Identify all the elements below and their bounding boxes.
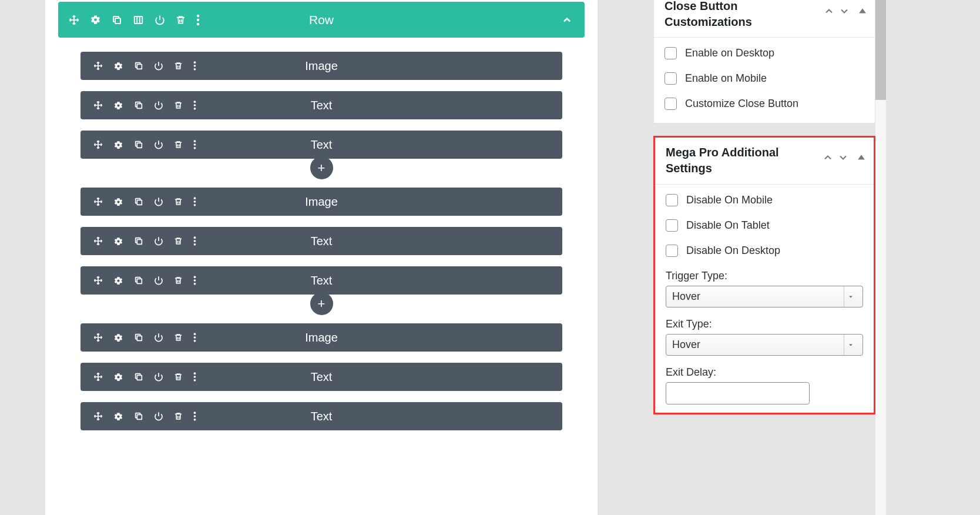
more-icon[interactable]	[193, 236, 196, 246]
trash-icon[interactable]	[174, 276, 183, 285]
block-image[interactable]: Image	[80, 188, 562, 216]
duplicate-icon[interactable]	[112, 15, 122, 25]
more-icon[interactable]	[193, 196, 196, 207]
move-icon[interactable]	[93, 412, 103, 421]
power-icon[interactable]	[154, 61, 163, 71]
gear-icon[interactable]	[113, 61, 123, 71]
block-text[interactable]: Text	[80, 266, 562, 295]
block-text[interactable]: Text	[80, 363, 562, 391]
gear-icon[interactable]	[113, 140, 123, 150]
duplicate-icon[interactable]	[134, 101, 143, 110]
exit-type-select[interactable]: Hover	[666, 334, 863, 356]
collapse-icon[interactable]	[858, 7, 867, 15]
checkbox-disable-desktop[interactable]	[666, 245, 678, 257]
trash-icon[interactable]	[174, 61, 183, 71]
power-icon[interactable]	[154, 140, 163, 149]
chevron-up-icon[interactable]	[823, 5, 835, 17]
duplicate-icon[interactable]	[134, 276, 143, 285]
chevron-down-icon[interactable]	[837, 152, 849, 163]
trash-icon[interactable]	[174, 333, 183, 342]
more-icon[interactable]	[193, 332, 196, 343]
block-image[interactable]: Image	[80, 323, 562, 352]
gear-icon[interactable]	[113, 236, 123, 246]
move-icon[interactable]	[93, 236, 103, 246]
trash-icon[interactable]	[174, 372, 183, 382]
trash-icon[interactable]	[174, 101, 183, 110]
move-icon[interactable]	[93, 197, 103, 206]
more-icon[interactable]	[193, 275, 196, 286]
block-text[interactable]: Text	[80, 227, 562, 255]
checkbox-disable-tablet[interactable]	[666, 219, 678, 232]
more-icon[interactable]	[193, 100, 196, 111]
svg-point-4	[197, 22, 199, 25]
move-icon[interactable]	[93, 101, 103, 110]
power-icon[interactable]	[154, 276, 163, 285]
power-icon[interactable]	[154, 101, 163, 110]
power-icon[interactable]	[154, 333, 163, 342]
block-text[interactable]: Text	[80, 131, 562, 159]
power-icon[interactable]	[154, 412, 163, 421]
more-icon[interactable]	[193, 139, 196, 150]
duplicate-icon[interactable]	[134, 61, 143, 71]
collapse-icon[interactable]	[857, 153, 865, 162]
trash-icon[interactable]	[174, 140, 183, 149]
panel-header[interactable]: Close Button Customizations	[654, 0, 875, 38]
duplicate-icon[interactable]	[134, 140, 143, 149]
block-image[interactable]: Image	[80, 52, 562, 80]
add-block-button[interactable]: +	[310, 292, 333, 315]
gear-icon[interactable]	[90, 14, 101, 25]
checkbox-customize-close[interactable]	[664, 98, 677, 110]
exit-delay-input[interactable]	[666, 382, 810, 404]
gear-icon[interactable]	[113, 333, 123, 343]
block-group: Image Text	[80, 188, 562, 295]
power-icon[interactable]	[154, 197, 163, 206]
more-icon[interactable]	[193, 372, 196, 382]
block-toolbar	[80, 236, 196, 246]
move-icon[interactable]	[93, 372, 103, 382]
block-text[interactable]: Text	[80, 402, 562, 430]
move-icon[interactable]	[69, 15, 79, 25]
block-text[interactable]: Text	[80, 91, 562, 119]
duplicate-icon[interactable]	[134, 372, 143, 382]
checkbox-row: Disable On Mobile	[666, 194, 863, 206]
more-icon[interactable]	[193, 61, 196, 71]
move-icon[interactable]	[93, 276, 103, 285]
chevron-down-icon[interactable]	[838, 5, 850, 17]
move-icon[interactable]	[93, 61, 103, 71]
columns-icon[interactable]	[133, 15, 144, 25]
duplicate-icon[interactable]	[134, 236, 143, 246]
more-icon[interactable]	[193, 411, 196, 422]
trash-icon[interactable]	[174, 197, 183, 206]
power-icon[interactable]	[154, 372, 163, 382]
gear-icon[interactable]	[113, 276, 123, 286]
move-icon[interactable]	[93, 333, 103, 342]
chevron-up-icon[interactable]	[561, 14, 573, 26]
trash-icon[interactable]	[174, 412, 183, 421]
trash-icon[interactable]	[176, 15, 186, 25]
chevron-up-icon[interactable]	[822, 152, 834, 163]
scrollbar-thumb[interactable]	[875, 0, 886, 100]
gear-icon[interactable]	[113, 101, 123, 111]
panel-header[interactable]: Mega Pro Additional Settings	[655, 138, 874, 185]
power-icon[interactable]	[155, 15, 165, 25]
svg-point-30	[194, 333, 196, 335]
more-icon[interactable]	[196, 14, 200, 26]
add-block-button[interactable]: +	[310, 156, 333, 179]
row-header[interactable]: Row	[58, 2, 585, 38]
panel-controls	[823, 5, 867, 17]
trash-icon[interactable]	[174, 236, 183, 246]
checkbox-disable-mobile[interactable]	[666, 194, 678, 206]
duplicate-icon[interactable]	[134, 333, 143, 342]
gear-icon[interactable]	[113, 372, 123, 382]
gear-icon[interactable]	[113, 197, 123, 207]
duplicate-icon[interactable]	[134, 412, 143, 421]
gear-icon[interactable]	[113, 412, 123, 422]
block-toolbar	[80, 139, 196, 150]
checkbox-enable-desktop[interactable]	[664, 47, 677, 59]
svg-point-18	[194, 197, 196, 199]
move-icon[interactable]	[93, 140, 103, 149]
duplicate-icon[interactable]	[134, 197, 143, 206]
power-icon[interactable]	[154, 236, 163, 246]
checkbox-enable-mobile[interactable]	[664, 72, 677, 85]
trigger-type-select[interactable]: Hover	[666, 286, 863, 307]
